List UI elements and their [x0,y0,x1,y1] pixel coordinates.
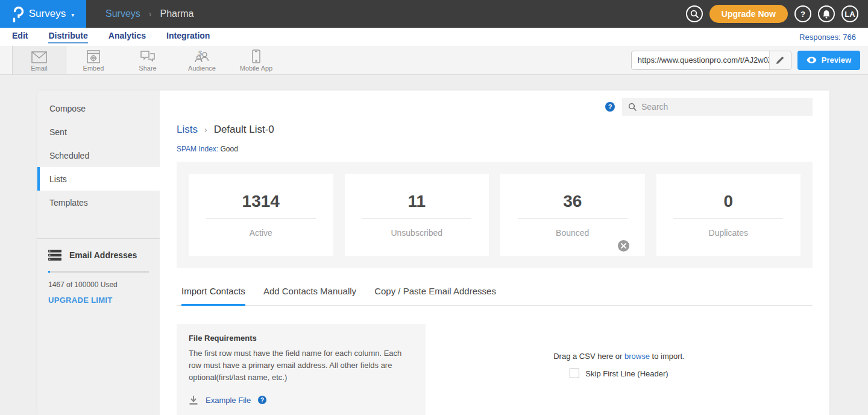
drop-instruction: Drag a CSV here or browse to import. [553,352,685,361]
notifications-button[interactable] [818,5,835,22]
stat-value: 1314 [242,192,280,211]
search-input[interactable] [641,102,807,112]
contacts-tabs: Import Contacts Add Contacts Manually Co… [177,286,813,306]
questionpro-logo-icon [12,6,24,22]
tab-import-contacts[interactable]: Import Contacts [181,286,245,306]
caret-down-icon: ▾ [71,10,74,18]
pencil-icon [776,56,784,65]
example-file-link[interactable]: Example File [206,396,251,405]
preview-button[interactable]: Preview [797,51,860,70]
preview-label: Preview [822,55,851,65]
list-detail-panel: ? Lists › Default List-0 SPAM Index: Goo… [160,90,829,415]
lists-page: Compose Sent Scheduled Lists Templates E… [37,90,829,415]
search-button[interactable] [686,5,703,22]
toolbar-item-share[interactable]: Share [121,46,175,74]
stat-card-bounced: 36 Bounced [500,174,645,256]
stat-label: Unsubscribed [391,228,442,238]
stat-value: 0 [723,192,733,211]
spam-index-value: Good [220,145,237,153]
tab-distribute[interactable]: Distribute [48,31,87,43]
skip-first-line-checkbox[interactable] [570,369,579,378]
product-switcher[interactable]: Surveys ▾ [0,0,86,28]
toolbar-item-label: Mobile App [240,65,272,72]
divider [206,218,316,219]
search-icon [628,103,637,111]
survey-url[interactable]: https://www.questionpro.com/t/AJ2w0Z0 [632,51,769,69]
spam-index: SPAM Index: Good [177,145,813,153]
stat-card-duplicates: 0 Duplicates [656,174,801,256]
usage-text: 1467 of 100000 Used [48,280,149,289]
search-box[interactable] [622,98,813,116]
toolbar-item-audience[interactable]: $ Audience [175,46,229,74]
breadcrumb: Surveys › Pharma [105,8,194,19]
email-addresses-section: Email Addresses 1467 of 100000 Used UPGR… [37,239,160,315]
divider [518,218,627,219]
chevron-right-icon: › [204,125,207,135]
list-breadcrumb: Lists › Default List-0 [177,124,813,136]
usage-progress-bar [48,271,149,273]
stat-label: Duplicates [709,228,748,238]
skip-first-line-label: Skip First Line (Header) [585,369,668,378]
toolbar-item-mobile-app[interactable]: Mobile App [229,46,283,74]
tab-copy-paste-email-addresses[interactable]: Copy / Paste Email Addresses [374,286,496,306]
import-contacts-panel: File Requirements The first row must hav… [177,324,813,415]
tab-edit[interactable]: Edit [12,31,28,43]
toolbar-item-embed[interactable]: Embed [66,46,121,74]
divider [673,218,783,219]
spam-index-label: SPAM Index: [177,145,218,153]
file-requirements-body: The first row must have the field name f… [189,347,407,384]
bell-icon [822,10,831,19]
stat-card-active: 1314 Active [189,174,333,256]
tab-integration[interactable]: Integration [166,31,210,43]
sidebar-item-lists[interactable]: Lists [37,167,160,191]
sidebar-spacer [37,214,160,238]
sidebar-item-scheduled[interactable]: Scheduled [37,144,160,167]
clear-bounced-button[interactable] [618,240,629,252]
help-button[interactable]: ? [794,5,811,22]
close-icon [621,243,626,249]
top-bar: Surveys ▾ Surveys › Pharma Upgrade Now ? [0,0,868,28]
breadcrumb-surveys-link[interactable]: Surveys [105,8,140,19]
topbar-actions: Upgrade Now ? LA [686,5,868,23]
stat-label: Active [250,228,272,238]
tab-add-contacts-manually[interactable]: Add Contacts Manually [263,286,356,306]
product-name: Surveys [29,8,66,20]
usage-progress-fill [48,271,50,273]
distribute-toolbar: Email Embed Share $ [0,46,868,75]
toolbar-item-label: Audience [188,65,216,72]
avatar[interactable]: LA [841,5,858,22]
help-icon[interactable]: ? [605,102,615,112]
sidebar-item-templates[interactable]: Templates [37,191,160,214]
list-stats: 1314 Active 11 Unsubscribed 36 Bounced [177,162,813,268]
csv-drop-area[interactable]: Drag a CSV here or browse to import. Ski… [426,324,813,415]
share-icon [140,49,155,63]
question-mark-icon: ? [800,10,805,19]
browse-link[interactable]: browse [624,352,650,361]
file-requirements-title: File Requirements [189,334,414,343]
stat-label: Bounced [556,228,589,238]
example-file-help-icon[interactable]: ? [258,396,266,404]
responses-count[interactable]: Responses: 766 [799,33,856,42]
sidebar-item-compose[interactable]: Compose [37,97,160,120]
email-icon [31,49,47,63]
tab-analytics[interactable]: Analytics [108,31,146,43]
toolbar-right: https://www.questionpro.com/t/AJ2w0Z0 Pr… [631,46,868,74]
current-list-name: Default List-0 [214,124,274,136]
stat-card-unsubscribed: 11 Unsubscribed [345,174,489,256]
stat-value: 36 [563,192,582,211]
upgrade-now-button[interactable]: Upgrade Now [709,5,788,23]
email-addresses-title: Email Addresses [69,250,137,260]
drop-text-after: to import. [652,352,685,361]
toolbar-item-email[interactable]: Email [12,46,66,74]
sidebar-item-sent[interactable]: Sent [37,120,160,144]
survey-nav: Edit Distribute Analytics Integration Re… [0,28,868,46]
breadcrumb-survey-name: Pharma [160,8,193,19]
mobile-app-icon [252,49,260,63]
toolbar-item-label: Share [139,65,156,72]
upgrade-limit-link[interactable]: UPGRADE LIMIT [48,296,149,305]
edit-url-button[interactable] [769,51,791,69]
list-icon [48,250,61,261]
embed-icon [87,49,100,63]
lists-link[interactable]: Lists [177,124,198,136]
search-icon [690,10,699,18]
